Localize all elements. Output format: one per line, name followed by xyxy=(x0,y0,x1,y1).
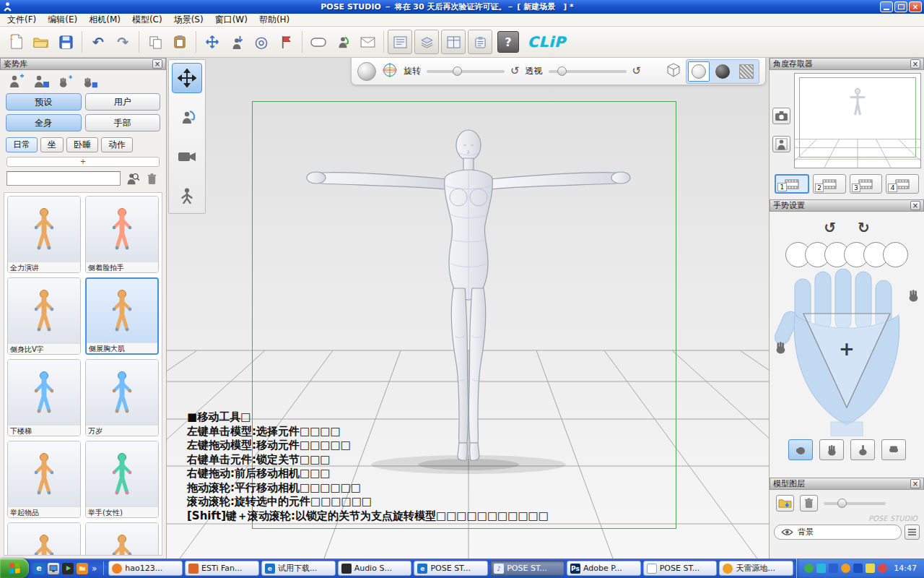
taskbar-item[interactable]: PsAdobe P... xyxy=(567,561,641,576)
menu-help[interactable]: 帮助(H) xyxy=(253,13,295,27)
tray-icon-7[interactable] xyxy=(878,564,887,573)
taskbar-clock[interactable]: 14:47 xyxy=(894,564,917,573)
focus-target-button[interactable]: ◎ xyxy=(249,30,274,54)
menu-camera[interactable]: 相机(M) xyxy=(83,13,126,27)
tray-icon-3[interactable] xyxy=(829,564,838,573)
delete-pose-icon[interactable] xyxy=(144,171,160,186)
mail-button[interactable] xyxy=(355,30,380,54)
register-pose-icon[interactable] xyxy=(7,73,25,89)
left-hand-icon[interactable] xyxy=(774,341,787,354)
pose-item[interactable]: 全力演讲 xyxy=(7,196,81,273)
import-model-button[interactable] xyxy=(776,495,794,512)
user-button[interactable]: 用户 xyxy=(85,93,161,111)
new-scene-button[interactable] xyxy=(4,30,29,54)
quick-launch-expand-icon[interactable]: » xyxy=(91,564,97,574)
menu-edit[interactable]: 编辑(E) xyxy=(42,13,83,27)
angle-preview[interactable] xyxy=(794,73,921,168)
taskbar-item[interactable]: e试用下载... xyxy=(261,561,336,576)
taskbar-item[interactable]: POSE ST... xyxy=(643,561,718,576)
hand-button[interactable]: 手部 xyxy=(85,114,161,131)
undo-button[interactable]: ↶ xyxy=(86,30,110,54)
rotate-tool-button[interactable] xyxy=(172,102,202,132)
perspective-slider-knob[interactable] xyxy=(557,66,567,76)
copy-button[interactable] xyxy=(143,30,167,54)
rotate-hand-ccw-icon[interactable]: ↺ xyxy=(824,219,836,236)
register-hand-pose-icon[interactable] xyxy=(56,73,74,89)
menu-window[interactable]: 窗口(W) xyxy=(209,13,253,27)
pose-search-input[interactable] xyxy=(6,171,121,186)
tray-icon-1[interactable] xyxy=(804,564,814,573)
rotate-reset-icon[interactable]: ↺ xyxy=(510,66,520,77)
camera-tool-button[interactable] xyxy=(172,141,202,171)
viewport[interactable]: 旋转 ↺ 透视 ↺ ■移动工 xyxy=(167,58,769,558)
tray-icon-2[interactable] xyxy=(816,564,826,573)
perspective-reset-icon[interactable]: ↺ xyxy=(632,66,642,77)
angle-slot-4[interactable]: 4 xyxy=(886,174,919,194)
quick-launch-desktop-icon[interactable] xyxy=(48,563,59,574)
tab-daily[interactable]: 日常 xyxy=(6,137,38,152)
finger-target[interactable] xyxy=(883,242,908,267)
taskbar-item-active[interactable]: ♪POSE ST... xyxy=(490,561,565,576)
angle-slot-3[interactable]: 3 xyxy=(850,174,883,194)
tray-icon-4[interactable] xyxy=(841,564,850,573)
rotate-model-button[interactable] xyxy=(331,30,355,54)
perspective-slider[interactable] xyxy=(549,70,627,73)
hand-preset-flat-button[interactable] xyxy=(881,439,906,460)
layout-clipboard-button[interactable] xyxy=(468,30,492,54)
gesture-panel-close-icon[interactable]: × xyxy=(910,201,920,210)
pose-item[interactable]: 侧着脸拍手 xyxy=(85,196,159,273)
hand-preset-fist-button[interactable] xyxy=(788,439,813,460)
hand-preset-point-button[interactable] xyxy=(850,439,875,460)
menu-model[interactable]: 模型(C) xyxy=(126,13,168,27)
capture-angle-button[interactable] xyxy=(772,108,790,124)
pose-library-close-icon[interactable]: × xyxy=(152,59,162,69)
move-tool-button[interactable] xyxy=(172,63,202,93)
hand-preset-open-button[interactable] xyxy=(819,439,844,460)
pose-item[interactable]: 侧身比V字 xyxy=(7,277,81,355)
taskbar-item[interactable]: ESTi Fan... xyxy=(185,561,259,576)
model-opacity-knob[interactable] xyxy=(837,499,847,508)
quick-launch-folder-icon[interactable] xyxy=(77,563,88,574)
frame-model-button[interactable] xyxy=(772,136,790,152)
taskbar-item[interactable]: Audio S... xyxy=(338,561,412,576)
pose-item[interactable]: 举手(女性) xyxy=(85,441,159,518)
pose-item[interactable] xyxy=(85,522,159,556)
menu-file[interactable]: 文件(F) xyxy=(1,13,42,27)
angle-slot-1[interactable]: 1 xyxy=(775,174,809,194)
close-button[interactable]: × xyxy=(909,1,922,12)
hand-zone[interactable]: + xyxy=(770,269,924,436)
save-hand-pose-icon[interactable] xyxy=(81,73,98,89)
visibility-eye-icon[interactable] xyxy=(781,528,793,536)
pose-item[interactable] xyxy=(7,522,81,556)
pose-item[interactable]: 万岁 xyxy=(85,359,159,436)
taskbar-item[interactable]: hao123... xyxy=(108,561,183,576)
menu-scene[interactable]: 场景(S) xyxy=(168,13,209,27)
angle-slot-2[interactable]: 2 xyxy=(813,174,846,194)
layout-split-view-button[interactable] xyxy=(441,30,466,54)
background-layer-item[interactable]: 背景 xyxy=(774,525,902,540)
layers-panel-close-icon[interactable]: × xyxy=(910,479,920,488)
right-hand-icon[interactable] xyxy=(907,289,920,302)
delete-model-button[interactable] xyxy=(800,495,818,512)
quick-launch-media-icon[interactable] xyxy=(62,563,74,574)
tray-icon-5[interactable] xyxy=(853,564,863,573)
redo-button[interactable]: ↷ xyxy=(110,30,135,54)
load-pose-to-model-button[interactable] xyxy=(225,30,249,54)
pose-tool-button[interactable] xyxy=(172,180,202,210)
maximize-button[interactable] xyxy=(894,1,907,12)
cube-view-icon[interactable] xyxy=(666,62,681,80)
rotate-hand-cw-icon[interactable]: ↻ xyxy=(858,219,870,236)
layer-list-button[interactable] xyxy=(905,525,920,540)
quick-launch-browser-icon[interactable]: e xyxy=(33,563,45,574)
gesture-editor[interactable]: ↺ ↻ xyxy=(770,212,924,478)
minimize-button[interactable] xyxy=(880,1,893,12)
fullbody-button[interactable]: 全身 xyxy=(6,114,82,131)
search-pose-icon[interactable] xyxy=(124,171,140,186)
pose-item[interactable]: 下楼梯 xyxy=(7,359,81,436)
shaded-mode-button[interactable] xyxy=(688,61,710,82)
rotate-slider-knob[interactable] xyxy=(453,66,462,76)
start-button[interactable] xyxy=(0,558,29,578)
save-scene-button[interactable] xyxy=(53,30,78,54)
taskbar-item[interactable]: ePOSE ST... xyxy=(414,561,488,576)
taskbar-item[interactable]: 天雷源地... xyxy=(719,561,793,576)
